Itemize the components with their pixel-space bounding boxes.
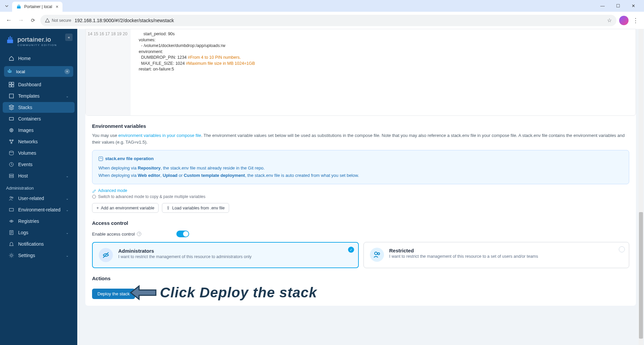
- window-close-icon[interactable]: ✕: [629, 2, 638, 10]
- card-title: Administrators: [118, 248, 252, 254]
- sidebar-item-containers[interactable]: Containers: [3, 113, 75, 124]
- not-secure-badge[interactable]: Not secure: [45, 18, 71, 23]
- text: When deploying via: [98, 173, 138, 178]
- sidebar-item-templates[interactable]: Templates ⌄: [3, 91, 75, 101]
- tab-close-icon[interactable]: ×: [56, 4, 58, 9]
- sidebar-item-environment-related[interactable]: Environment-related ⌄: [3, 204, 75, 215]
- chevron-down-icon: ⌄: [66, 94, 69, 98]
- sidebar-item-user-related[interactable]: User-related ⌄: [3, 193, 75, 204]
- sidebar-label: Stacks: [18, 105, 32, 110]
- svg-rect-16: [9, 94, 13, 98]
- svg-text:?: ?: [138, 232, 140, 236]
- sidebar-collapse-icon[interactable]: «: [65, 34, 73, 41]
- info-line-1: When deploying via Repository, the stack…: [98, 164, 623, 172]
- text: You may use: [92, 133, 118, 138]
- svg-point-23: [9, 151, 13, 152]
- window-maximize-icon[interactable]: ☐: [613, 2, 623, 10]
- sidebar-label: Templates: [18, 93, 40, 99]
- svg-rect-0: [17, 6, 21, 9]
- templates-icon: [9, 93, 14, 99]
- text: , the stack.env file is auto created fro…: [245, 173, 359, 178]
- sidebar-item-host[interactable]: Host ⌄: [3, 170, 75, 181]
- svg-rect-12: [9, 82, 11, 84]
- tab-dropdown-icon[interactable]: [3, 2, 11, 10]
- url-text: 192.168.1.18:9000/#!/2/docker/stacks/new…: [75, 18, 604, 23]
- gear-icon: [9, 253, 14, 258]
- card-title: Restricted: [389, 248, 538, 253]
- user-avatar[interactable]: [619, 16, 629, 25]
- actions-title: Actions: [92, 276, 629, 281]
- env-variables-title: Environment variables: [92, 123, 629, 129]
- sidebar-label: Notifications: [18, 241, 44, 247]
- browser-tab[interactable]: Portainer | local ×: [12, 2, 62, 12]
- logo-subtitle: COMMUNITY EDITION: [17, 44, 72, 47]
- sidebar-item-registries[interactable]: Registries: [3, 216, 75, 227]
- sidebar-item-volumes[interactable]: Volumes: [3, 148, 75, 158]
- button-label: Load variables from .env file: [172, 206, 224, 210]
- sidebar-label: Events: [18, 162, 33, 167]
- sidebar: « portainer.io COMMUNITY EDITION Home lo…: [0, 29, 77, 345]
- host-icon: [9, 173, 14, 179]
- bell-icon: [9, 241, 14, 247]
- access-card-administrators[interactable]: Administrators I want to restrict the ma…: [92, 242, 359, 268]
- annotation-text: Click Deploy the stack: [160, 285, 317, 301]
- enable-access-row: Enable access control ?: [92, 231, 629, 237]
- bookmark-star-icon[interactable]: ☆: [607, 17, 612, 23]
- svg-point-32: [10, 254, 12, 256]
- sidebar-item-images[interactable]: Images: [3, 125, 75, 136]
- browser-menu-icon[interactable]: ⋮: [631, 15, 640, 26]
- chevron-down-icon: ⌄: [66, 197, 69, 200]
- env-vars-link[interactable]: environment variables in your compose fi…: [118, 133, 201, 138]
- sidebar-item-notifications[interactable]: Notifications: [3, 239, 75, 249]
- info-line-2: When deploying via Web editor, Upload or…: [98, 172, 623, 179]
- logs-icon: [9, 230, 14, 235]
- help-circle-icon[interactable]: ?: [137, 232, 141, 236]
- vertical-scrollbar[interactable]: [639, 29, 643, 345]
- svg-rect-9: [9, 70, 10, 71]
- advanced-mode-text: Advanced mode: [98, 188, 127, 193]
- window-minimize-icon[interactable]: —: [598, 2, 607, 10]
- forward-button[interactable]: →: [16, 16, 26, 25]
- reload-button[interactable]: ⟳: [28, 16, 38, 25]
- code-body[interactable]: start_period: 90s volumes: - /volume1/do…: [131, 29, 636, 115]
- back-button[interactable]: ←: [4, 16, 13, 25]
- sidebar-item-dashboard[interactable]: Dashboard: [3, 79, 75, 90]
- svg-rect-17: [9, 117, 13, 120]
- text: or: [177, 173, 184, 178]
- enable-access-label: Enable access control: [92, 232, 135, 237]
- card-body: Administrators I want to restrict the ma…: [118, 248, 252, 262]
- load-env-file-button[interactable]: ⇪ Load variables from .env file: [162, 203, 229, 213]
- sidebar-label: Registries: [18, 218, 39, 224]
- svg-line-37: [103, 252, 109, 258]
- window-controls: — ☐ ✕: [598, 2, 641, 10]
- sidebar-item-home[interactable]: Home: [3, 53, 75, 64]
- sidebar-item-settings[interactable]: Settings ⌄: [3, 250, 75, 261]
- line-gutter: 14 15 16 17 18 19 20: [86, 29, 131, 115]
- browser-chrome: Portainer | local × — ☐ ✕ ← → ⟳ Not secu…: [0, 0, 644, 29]
- eye-off-icon: [99, 248, 113, 262]
- images-icon: [9, 128, 14, 133]
- home-icon: [9, 56, 14, 61]
- button-label: Add an environment variable: [101, 206, 154, 210]
- code-editor[interactable]: 14 15 16 17 18 19 20 start_period: 90s v…: [85, 29, 636, 116]
- sidebar-item-events[interactable]: Events: [3, 159, 75, 170]
- sidebar-label: User-related: [18, 196, 44, 201]
- sidebar-item-networks[interactable]: Networks: [3, 136, 75, 147]
- add-env-var-button[interactable]: + Add an environment variable: [92, 203, 159, 213]
- sidebar-label: Containers: [18, 116, 41, 121]
- sidebar-item-logs[interactable]: Logs ⌄: [3, 227, 75, 238]
- access-control-toggle[interactable]: [176, 231, 189, 237]
- env-close-icon[interactable]: ×: [65, 69, 70, 74]
- env-buttons: + Add an environment variable ⇪ Load var…: [92, 203, 629, 213]
- sidebar-item-stacks[interactable]: Stacks: [3, 102, 75, 113]
- deploy-stack-button[interactable]: Deploy the stack: [92, 289, 135, 299]
- access-card-restricted[interactable]: Restricted I want to restrict the manage…: [363, 242, 630, 268]
- url-bar[interactable]: Not secure 192.168.1.18:9000/#!/2/docker…: [40, 15, 616, 26]
- advanced-mode-hint: Switch to advanced mode to copy & paste …: [92, 194, 629, 199]
- tab-bar: Portainer | local × — ☐ ✕: [0, 0, 644, 12]
- dashboard-icon: [9, 82, 14, 87]
- scrollbar-thumb[interactable]: [639, 212, 643, 339]
- advanced-mode-link[interactable]: Advanced mode: [92, 188, 629, 193]
- environment-selector[interactable]: local ×: [4, 66, 73, 77]
- svg-rect-4: [7, 40, 13, 43]
